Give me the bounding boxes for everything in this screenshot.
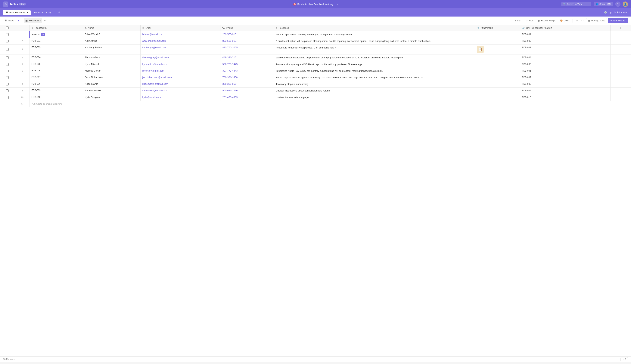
row-checkbox[interactable] — [6, 83, 9, 86]
create-record-cell[interactable]: Type here to create a record — [30, 101, 631, 107]
attachment-cell — [475, 94, 520, 101]
phone-link[interactable]: 397-772-4443 — [222, 69, 238, 72]
row-checkbox[interactable] — [6, 48, 9, 51]
edit-icon[interactable]: ✎ — [41, 33, 45, 36]
row-checkbox[interactable] — [6, 90, 9, 92]
col-feedback-id[interactable]: ⇅ Feedback ID — [30, 25, 83, 31]
feedback-id-value: FDB-007 — [32, 76, 81, 78]
undo-button[interactable]: ↩ — [574, 18, 579, 23]
add-view-button[interactable]: + — [16, 18, 21, 23]
help-button[interactable]: ? — [615, 2, 620, 7]
redo-button[interactable]: ↪ — [580, 18, 585, 23]
sort-button[interactable]: ⇅ Sort — [512, 18, 523, 23]
row-checkbox[interactable] — [6, 70, 9, 72]
email-link[interactable]: jackrichardson@email.com — [143, 76, 172, 79]
phone-link[interactable]: 803-555-0137 — [222, 40, 238, 42]
attachment-cell — [475, 54, 520, 61]
email-cell: sabwalker@email.com — [140, 88, 220, 94]
phone-link[interactable]: 565-686-3226 — [222, 89, 238, 92]
email-link[interactable]: brianw@email.com — [143, 33, 163, 36]
feedback-text: Too many steps in onboarding — [276, 83, 308, 86]
phone-link[interactable]: 883-760-1055 — [222, 46, 238, 49]
email-link[interactable]: thomasgray@email.com — [143, 56, 169, 59]
phone-link[interactable]: 780-381-1458 — [222, 76, 238, 79]
feedback-cell: Account is temporarily suspended. Can so… — [274, 44, 475, 54]
automation-button[interactable]: ⚙ Automation — [614, 11, 628, 14]
email-link[interactable]: kimberlyb@email.com — [143, 46, 167, 49]
attachment-cell — [475, 38, 520, 44]
filter-button[interactable]: ⧩ Filter — [524, 18, 535, 23]
row-checkbox[interactable] — [6, 76, 9, 79]
tab-feedback-analysis[interactable]: Feedback Analy... — [31, 10, 56, 15]
select-all-checkbox[interactable] — [6, 26, 9, 29]
page-button[interactable]: + 5 — [620, 357, 628, 361]
phone-link[interactable]: 368-335-6564 — [222, 82, 238, 85]
tab-user-feedback[interactable]: ☰ User Feedback ▾ — [3, 10, 31, 15]
view-more-button[interactable]: ••• — [43, 18, 47, 23]
log-button[interactable]: 🕐 Log — [604, 11, 611, 14]
feedback-cell: A quick chat option will help me in clea… — [274, 38, 475, 44]
row-number: 9 — [15, 88, 30, 94]
horizontal-scrollbar[interactable] — [0, 362, 631, 364]
email-link[interactable]: sabwalker@email.com — [143, 89, 167, 92]
empty-cell — [610, 54, 631, 61]
feedback-id-value: FDB-001 — [32, 33, 41, 36]
phone-link[interactable]: 201-476-4333 — [222, 96, 238, 98]
phone-link[interactable]: 202-555-0151 — [222, 33, 238, 36]
link-id-value: FDB-009 — [522, 89, 531, 92]
email-cell: kyriemitch@email.com — [140, 61, 220, 68]
record-height-button[interactable]: ▤ Record Height — [536, 18, 557, 23]
feedback-id-value: FDB-003 — [32, 46, 81, 49]
row-checkbox[interactable] — [6, 63, 9, 66]
col-email[interactable]: ✉ Email — [140, 25, 220, 31]
attachment-cell — [475, 88, 520, 94]
color-button[interactable]: 🎨 Color — [558, 18, 571, 23]
col-link-to-analysis[interactable]: 🔗 Link to Feedback Analysis — [520, 25, 610, 31]
feedback-text: Home page of Android app is a bit messy.… — [276, 76, 424, 79]
row-checkbox[interactable] — [6, 33, 9, 36]
col-checkbox[interactable] — [0, 25, 15, 31]
grid-icon: ▦ — [25, 19, 28, 22]
feedback-id-cell: FDB-010 — [30, 94, 83, 101]
tab-icon: ☰ — [6, 11, 8, 14]
add-record-button[interactable]: + Add Record — [608, 18, 628, 23]
share-button[interactable]: 👥 Share 20 — [593, 2, 613, 6]
link-id-value: FDB-005 — [522, 63, 531, 66]
tab-bar-actions: 🕐 Log ⚙ Automation — [604, 11, 628, 14]
phone-cell: 202-555-0151 — [220, 31, 274, 38]
phone-link[interactable]: 536-708-7445 — [222, 63, 238, 66]
col-phone[interactable]: 📞 Phone — [220, 25, 274, 31]
row-checkbox[interactable] — [6, 96, 9, 99]
feedback-id-cell: FDB-009 — [30, 88, 83, 94]
manage-fields-button[interactable]: ▦ Manage fields — [586, 18, 607, 23]
active-view-feedbacks[interactable]: ▦ Feedbacks — [24, 18, 42, 23]
phone-link[interactable]: 448-341-3161 — [222, 56, 238, 59]
col-name[interactable]: ⇅ Name — [83, 25, 140, 31]
divider2 — [572, 19, 573, 22]
search-placeholder: Search in View — [567, 3, 582, 6]
col-feedback[interactable]: ⇅ Feedback — [274, 25, 475, 31]
row-checkbox[interactable] — [6, 56, 9, 59]
row-number: 6 — [15, 68, 30, 74]
email-link[interactable]: kademartin@email.com — [143, 82, 168, 85]
feedback-id-value: FDB-002 — [32, 40, 81, 42]
email-link[interactable]: mcarter@email.com — [143, 69, 164, 72]
attachment-image[interactable]: 📋 — [477, 46, 484, 53]
row-number: 4 — [15, 54, 30, 61]
search-bar[interactable]: 🔍 Search in View — [561, 2, 591, 6]
app-title: Tables — [10, 3, 18, 6]
avatar[interactable]: 👤 — [623, 2, 628, 7]
email-link[interactable]: kyriemitch@email.com — [143, 63, 167, 66]
email-link[interactable]: amyjohns@email.com — [143, 40, 167, 42]
link-id-value: FDB-007 — [522, 76, 531, 79]
col-attachments[interactable]: 📎 Attachments — [475, 25, 520, 31]
row-checkbox-cell — [0, 68, 15, 74]
add-column-button[interactable]: + — [610, 25, 631, 31]
email-link[interactable]: kylie@email.com — [143, 96, 161, 98]
row-checkbox[interactable] — [6, 40, 9, 42]
views-button[interactable]: ☰ Views — [3, 18, 16, 23]
feedback-cell: Home page of Android app is a bit messy.… — [274, 74, 475, 81]
phone-cell: 201-476-4333 — [220, 94, 274, 101]
feedback-text: A quick chat option will help me in clea… — [276, 40, 430, 42]
add-tab-button[interactable]: + — [57, 10, 62, 15]
